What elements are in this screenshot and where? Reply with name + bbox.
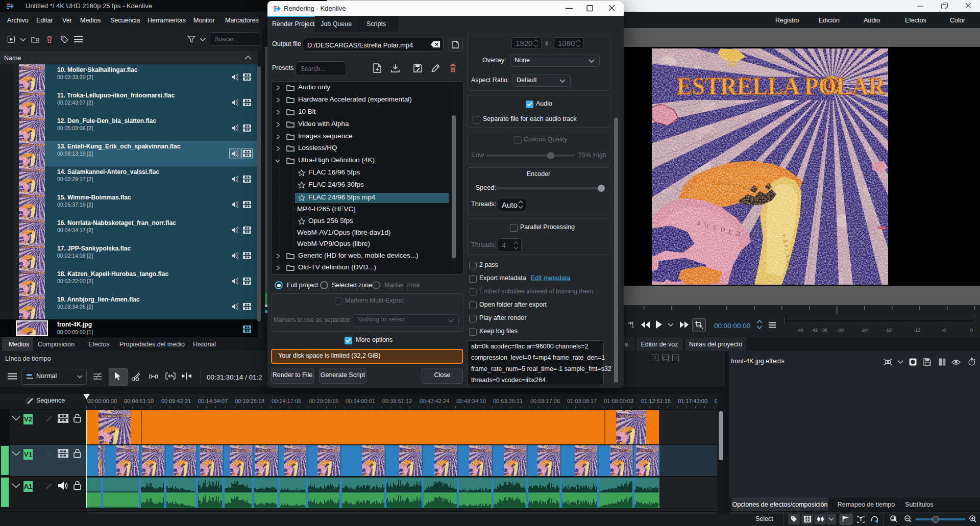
- svg-text:T: T: [859, 517, 862, 522]
